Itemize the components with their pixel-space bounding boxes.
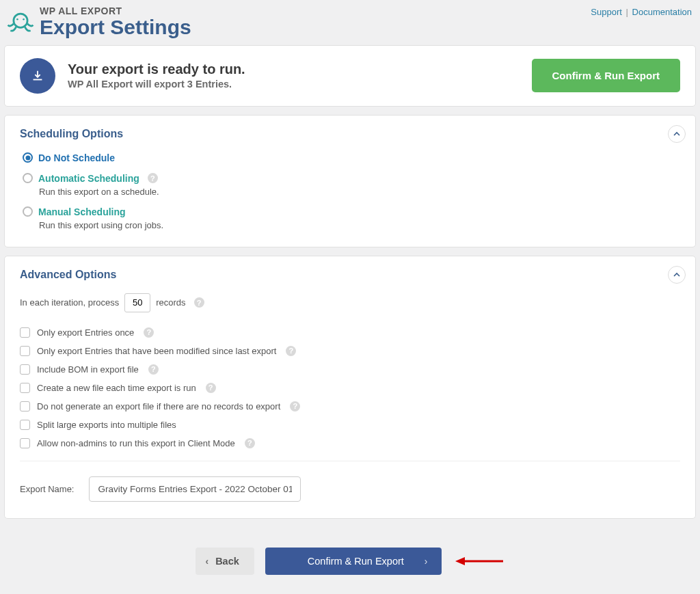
scheduling-section: Scheduling Options Do Not Schedule Autom… — [4, 115, 696, 247]
radio-do-not-schedule-label[interactable]: Do Not Schedule — [38, 152, 115, 163]
scheduling-collapse-toggle[interactable] — [668, 125, 686, 143]
help-icon[interactable]: ? — [194, 297, 204, 308]
confirm-label: Confirm & Run Export — [308, 556, 404, 567]
schedule-radio-automatic: Automatic Scheduling ? Run this export o… — [23, 173, 680, 197]
run-card-heading: Your export is ready to run. — [68, 62, 245, 77]
checkbox-row-1: Only export Entries once ? — [20, 327, 680, 338]
checkbox-row-4: Create a new file each time export is ru… — [20, 383, 680, 393]
iteration-pre-text: In each iteration, process — [20, 297, 119, 308]
app-subtitle: WP ALL EXPORT — [40, 5, 191, 16]
radio-do-not-schedule[interactable] — [23, 152, 33, 163]
help-icon[interactable]: ? — [245, 438, 255, 448]
advanced-title: Advanced Options — [20, 269, 680, 281]
iteration-row: In each iteration, process records ? — [20, 293, 680, 312]
schedule-radio-manual: Manual Scheduling Run this export using … — [23, 206, 680, 230]
header-links: Support | Documentation — [591, 7, 692, 17]
help-icon[interactable]: ? — [148, 173, 158, 183]
run-card-subtext: WP All Export will export 3 Entries. — [68, 79, 245, 90]
checkbox-only-export-once-label: Only export Entries once — [37, 327, 134, 338]
checkbox-include-bom[interactable] — [20, 364, 30, 375]
page-title: Export Settings — [40, 16, 191, 38]
ready-to-run-card: Your export is ready to run. WP All Expo… — [4, 45, 696, 107]
documentation-link[interactable]: Documentation — [632, 7, 692, 17]
svg-point-0 — [14, 14, 27, 27]
iteration-records-input[interactable] — [124, 293, 150, 312]
back-button[interactable]: ‹ Back — [196, 548, 254, 575]
checkbox-new-file-each-run-label: Create a new file each time export is ru… — [37, 383, 196, 393]
export-name-row: Export Name: — [20, 476, 680, 502]
checkbox-row-7: Allow non-admins to run this export in C… — [20, 438, 680, 448]
help-icon[interactable]: ? — [286, 346, 296, 356]
advanced-section: Advanced Options In each iteration, proc… — [4, 256, 696, 519]
checkbox-row-6: Split large exports into multiple files — [20, 420, 680, 430]
scheduling-title: Scheduling Options — [20, 128, 680, 140]
confirm-run-export-button-top[interactable]: Confirm & Run Export — [532, 59, 681, 92]
schedule-radio-do-not: Do Not Schedule — [23, 152, 680, 163]
checkbox-new-file-each-run[interactable] — [20, 383, 30, 393]
help-icon[interactable]: ? — [144, 327, 154, 338]
support-link[interactable]: Support — [591, 7, 622, 17]
help-icon[interactable]: ? — [290, 401, 300, 411]
radio-automatic-scheduling-label[interactable]: Automatic Scheduling — [38, 173, 139, 184]
radio-automatic-scheduling[interactable] — [23, 173, 33, 183]
export-name-label: Export Name: — [20, 484, 74, 494]
checkbox-only-export-once[interactable] — [20, 327, 30, 338]
bottom-bar: ‹ Back Confirm & Run Export › — [0, 527, 700, 582]
header-left: WP ALL EXPORT Export Settings — [5, 5, 191, 38]
iteration-post-text: records — [156, 297, 185, 308]
svg-marker-4 — [455, 557, 465, 565]
logo-icon — [5, 7, 36, 37]
checkbox-modified-since-last[interactable] — [20, 346, 30, 356]
advanced-collapse-toggle[interactable] — [668, 266, 686, 284]
checkbox-client-mode[interactable] — [20, 438, 30, 448]
arrow-annotation-icon — [455, 555, 504, 567]
manual-scheduling-desc: Run this export using cron jobs. — [39, 220, 680, 230]
export-name-input[interactable] — [89, 476, 301, 502]
run-card-text: Your export is ready to run. WP All Expo… — [68, 62, 245, 90]
checkbox-row-3: Include BOM in export file ? — [20, 364, 680, 375]
checkbox-row-5: Do not generate an export file if there … — [20, 401, 680, 411]
checkbox-row-2: Only export Entries that have been modif… — [20, 346, 680, 356]
checkbox-split-large[interactable] — [20, 420, 30, 430]
checkbox-modified-since-last-label: Only export Entries that have been modif… — [37, 346, 276, 356]
download-icon — [20, 58, 55, 94]
help-icon[interactable]: ? — [148, 364, 159, 375]
checkbox-include-bom-label: Include BOM in export file — [37, 364, 139, 375]
run-card-left: Your export is ready to run. WP All Expo… — [20, 58, 245, 94]
help-icon[interactable]: ? — [206, 383, 216, 393]
link-separator: | — [626, 7, 628, 17]
automatic-scheduling-desc: Run this export on a schedule. — [39, 187, 680, 197]
back-label: Back — [215, 556, 239, 567]
checkbox-no-empty-file[interactable] — [20, 401, 30, 411]
checkbox-no-empty-file-label: Do not generate an export file if there … — [37, 401, 280, 411]
section-divider — [20, 461, 680, 461]
svg-point-2 — [23, 18, 25, 21]
header: WP ALL EXPORT Export Settings Support | … — [0, 0, 700, 45]
confirm-run-export-button-bottom[interactable]: Confirm & Run Export › — [265, 548, 442, 575]
svg-point-1 — [16, 18, 18, 21]
radio-manual-scheduling-label[interactable]: Manual Scheduling — [38, 206, 126, 217]
radio-manual-scheduling[interactable] — [23, 206, 33, 217]
chevron-right-icon: › — [425, 556, 428, 567]
checkbox-split-large-label: Split large exports into multiple files — [37, 420, 176, 430]
checkbox-client-mode-label: Allow non-admins to run this export in C… — [37, 438, 235, 448]
header-titles: WP ALL EXPORT Export Settings — [40, 5, 191, 38]
chevron-left-icon: ‹ — [205, 556, 208, 567]
